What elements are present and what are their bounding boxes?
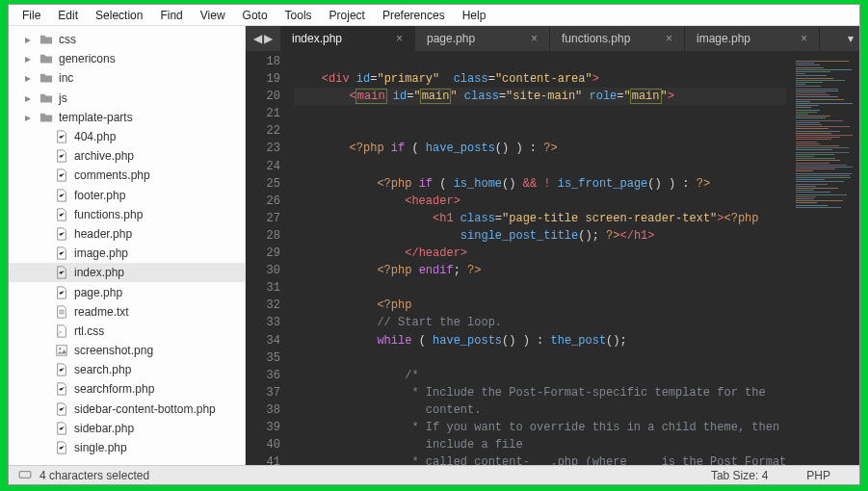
folder-item[interactable]: ▸css [9,30,245,49]
line-number: 18 [246,53,280,70]
file-item[interactable]: search.php [9,360,245,379]
file-label: archive.php [74,149,134,163]
menu-preferences[interactable]: Preferences [375,7,453,24]
code-line: /* [294,369,419,382]
disclosure-icon[interactable]: ▸ [24,91,32,105]
file-item[interactable]: header.php [9,224,245,244]
tab-close-icon[interactable]: × [666,32,672,45]
file-item[interactable]: single.php [9,438,245,457]
code-line: while ( have_posts() ) : the_post(); [294,334,627,348]
line-number: 19 [246,70,280,88]
line-number: 20 [246,88,280,105]
file-item[interactable]: searchform.php [9,379,245,399]
menu-goto[interactable]: Goto [235,7,276,24]
code-line: * If you want to override this in a chil… [294,421,779,452]
menu-project[interactable]: Project [322,7,373,24]
tab[interactable]: image.php× [685,26,820,51]
gutter: 1819202122232425262728293031323334353637… [246,51,290,465]
line-number: 37 [246,384,280,401]
file-item[interactable]: footer.php [9,186,245,205]
disclosure-icon[interactable]: ▸ [24,52,32,65]
file-item[interactable]: image.php [9,244,245,263]
file-icon [55,189,68,202]
folder-item[interactable]: ▸genericons [9,49,245,68]
file-label: template-parts [59,111,133,124]
line-number: 33 [246,314,280,331]
file-icon [55,149,68,163]
file-icon [55,382,68,396]
file-item[interactable]: readme.txt [9,302,245,322]
tab[interactable]: page.php× [415,26,550,51]
line-number: 32 [246,297,280,314]
line-number: 26 [246,193,280,210]
tab[interactable]: index.php× [280,26,415,51]
file-icon [55,168,68,182]
tab-close-icon[interactable]: × [801,32,807,45]
file-item[interactable]: screenshot.png [9,341,245,360]
code-editor[interactable]: <div id="primary" class="content-area"> … [290,51,792,465]
tab-close-icon[interactable]: × [396,32,403,45]
menu-file[interactable]: File [14,7,48,24]
file-label: inc [59,71,73,85]
line-number: 28 [246,227,280,245]
line-number: 24 [246,158,280,175]
svg-point-2 [59,348,61,349]
file-item[interactable]: comments.php [9,166,245,185]
folder-icon [39,111,53,124]
tabbar-overflow-icon[interactable]: ▾ [848,26,854,51]
disclosure-icon[interactable]: ▸ [24,71,32,85]
file-item[interactable]: functions.php [9,205,245,224]
folder-item[interactable]: ▸template-parts [9,108,245,127]
tab[interactable]: functions.php× [550,26,685,51]
file-item[interactable]: archive.php [9,146,245,166]
file-item[interactable]: page.php [9,282,245,301]
file-label: searchform.php [74,382,154,396]
code-host: 1819202122232425262728293031323334353637… [246,51,859,465]
file-icon [55,402,68,416]
menu-help[interactable]: Help [455,7,494,24]
code-line: <?php if ( is_home() && ! is_front_page(… [294,177,710,191]
folder-icon [39,91,53,105]
file-item[interactable]: 404.php [9,127,245,146]
file-icon [55,246,68,260]
line-number: 40 [246,436,280,453]
tab-nav-arrows[interactable]: ◀ ▶ [246,26,280,51]
file-icon [55,441,68,454]
file-icon [55,266,68,279]
file-item[interactable]: sidebar-content-bottom.php [9,400,245,419]
line-number: 23 [246,140,280,157]
tab-close-icon[interactable]: × [531,32,538,45]
disclosure-icon[interactable]: ▸ [24,33,32,46]
tab-nav-left-icon[interactable]: ◀ [253,32,262,45]
statusbar-tab-size[interactable]: Tab Size: 4 [711,469,768,482]
minimap[interactable] [792,51,859,465]
tabbar: ◀ ▶ index.php×page.php×functions.php×ima… [246,26,859,51]
statusbar-language[interactable]: PHP [806,469,830,482]
code-line: * Include the Post-Format-specific templ… [294,386,766,417]
tab-nav-right-icon[interactable]: ▶ [264,32,273,45]
menubar: FileEditSelectionFindViewGotoToolsProjec… [9,5,859,26]
file-item[interactable]: index.php [9,263,245,282]
folder-item[interactable]: ▸js [9,89,245,108]
file-icon [55,208,68,221]
file-label: functions.php [74,208,143,221]
disclosure-icon[interactable]: ▸ [24,111,32,124]
file-label: genericons [59,52,116,65]
code-line: // Start the loop. [294,316,502,329]
file-item[interactable]: /*rtl.css [9,322,245,341]
file-label: 404.php [74,130,116,143]
folder-item[interactable]: ▸inc [9,68,245,88]
menu-selection[interactable]: Selection [88,7,150,24]
menu-find[interactable]: Find [152,7,190,24]
file-label: search.php [74,363,131,376]
line-number: 30 [246,262,280,279]
menu-edit[interactable]: Edit [50,7,86,24]
file-item[interactable]: sidebar.php [9,419,245,438]
menu-view[interactable]: View [193,7,233,24]
line-number: 41 [246,453,280,471]
svg-text:/*: /* [59,329,63,335]
file-label: rtl.css [74,324,104,338]
menu-tools[interactable]: Tools [277,7,320,24]
file-label: header.php [74,227,132,241]
file-tree: ▸css▸genericons▸inc▸js▸template-parts404… [9,26,245,457]
